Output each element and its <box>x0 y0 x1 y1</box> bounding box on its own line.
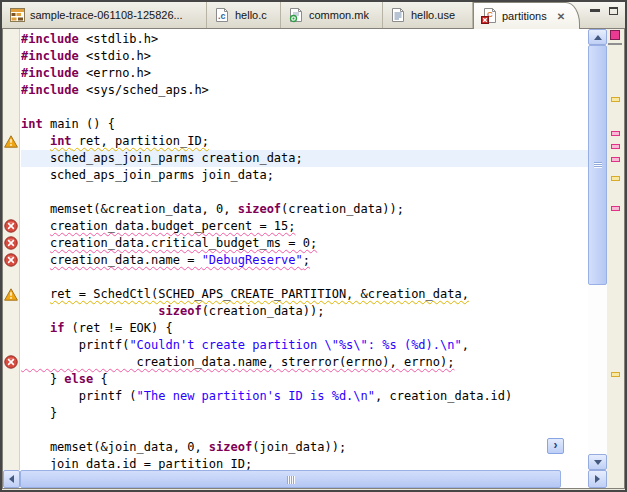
vertical-scrollbar[interactable] <box>588 29 607 470</box>
scroll-left-button[interactable] <box>3 470 20 488</box>
code-token: memset(&join_data, 0, <box>21 440 209 454</box>
tab-hello-use[interactable]: hello.use <box>383 2 473 28</box>
code-line[interactable]: #include <sys/sched_aps.h> <box>21 82 588 99</box>
text-file-icon <box>390 7 406 23</box>
annotation-gutter <box>3 29 20 470</box>
code-token: } <box>21 406 57 420</box>
keyword-token: if <box>50 321 64 335</box>
arrow-right-icon <box>595 475 600 483</box>
error-marker-icon[interactable] <box>4 219 18 233</box>
code-line[interactable]: sizeof(creation_data)); <box>21 303 588 320</box>
overview-error-marker[interactable] <box>611 206 620 211</box>
keyword-token: int <box>50 134 72 148</box>
code-line[interactable]: memset(&creation_data, 0, sizeof(creatio… <box>21 201 588 218</box>
scrollbar-corner <box>607 470 624 488</box>
code-line[interactable] <box>21 422 588 439</box>
keyword-token: int <box>21 117 43 131</box>
overview-warning-marker[interactable] <box>611 97 620 102</box>
overview-warning-marker[interactable] <box>611 176 620 181</box>
tab-label: common.mk <box>309 9 369 21</box>
code-token: <stdlib.h> <box>79 32 158 46</box>
editor-frame: #include <stdlib.h>#include <stdio.h>#in… <box>2 28 625 489</box>
code-line[interactable]: ret = SchedCtl(SCHED_APS_CREATE_PARTITIO… <box>21 286 588 303</box>
code-line[interactable]: memset(&join_data, 0, sizeof(join_data))… <box>21 439 588 456</box>
minimize-icon[interactable] <box>590 9 600 12</box>
tab-partitions[interactable]: Cpartitions✕ <box>473 2 580 29</box>
overview-error-indicator[interactable] <box>610 30 620 40</box>
tab-hello-c[interactable]: .chello.c <box>207 2 281 28</box>
code-token: (creation_data)); <box>281 202 404 216</box>
code-line[interactable]: creation_data.name, strerror(errno), err… <box>21 354 588 371</box>
code-line[interactable]: #include <stdio.h> <box>21 48 588 65</box>
code-area[interactable]: #include <stdlib.h>#include <stdio.h>#in… <box>21 29 588 470</box>
maximize-icon[interactable] <box>609 7 618 15</box>
code-token: <errno.h> <box>79 66 151 80</box>
code-token: memset(&creation_data, 0, <box>21 202 238 216</box>
overview-error-marker[interactable] <box>611 157 620 162</box>
code-token: creation_data.budget_percent = 15; <box>50 219 296 233</box>
horizontal-scrollbar[interactable] <box>3 470 624 488</box>
close-icon[interactable]: ✕ <box>557 11 565 22</box>
code-token <box>21 236 50 250</box>
code-token: { <box>93 372 107 386</box>
horizontal-scrollbar-thumb[interactable] <box>20 470 561 488</box>
code-line[interactable]: printf("Couldn't create partition \"%s\"… <box>21 337 588 354</box>
code-token <box>21 219 50 233</box>
code-line[interactable]: sched_aps_join_parms join_data; <box>21 167 588 184</box>
editor-tabs: sample-trace-061108-125826....chello.cco… <box>2 2 580 28</box>
code-line[interactable]: join_data.id = partition_ID; <box>21 456 588 470</box>
code-line[interactable]: int main () { <box>21 116 588 133</box>
string-token: "Couldn't create partition \"%s\": %s (%… <box>129 338 461 352</box>
vertical-scrollbar-thumb[interactable] <box>588 45 607 285</box>
keyword-token: sizeof <box>158 304 201 318</box>
keyword-token: sizeof <box>209 440 252 454</box>
code-line[interactable]: if (ret != EOK) { <box>21 320 588 337</box>
code-line[interactable]: creation_data.name = "DebugReserve"; <box>21 252 588 269</box>
code-line[interactable] <box>21 269 588 286</box>
code-token: sched_aps_join_parms creation_data; <box>21 151 303 165</box>
code-line[interactable]: } <box>21 405 588 422</box>
code-line[interactable]: printf ("The new partition's ID is %d.\n… <box>21 388 588 405</box>
scroll-right-button[interactable] <box>588 470 607 488</box>
code-line[interactable]: #include <stdlib.h> <box>21 31 588 48</box>
code-line[interactable]: #include <errno.h> <box>21 65 588 82</box>
tab-common-mk[interactable]: common.mk <box>281 2 383 28</box>
eclipse-editor-window: sample-trace-061108-125826....chello.cco… <box>0 0 627 492</box>
overview-error-marker[interactable] <box>611 131 620 136</box>
scroll-down-button[interactable] <box>588 454 607 470</box>
code-line[interactable] <box>21 184 588 201</box>
code-line[interactable]: creation_data.critical_budget_ms = 0; <box>21 235 588 252</box>
code-token: } <box>21 372 64 386</box>
code-line[interactable]: int ret, partition_ID; <box>21 133 588 150</box>
code-token: (creation_data)); <box>202 304 325 318</box>
overview-warning-marker[interactable] <box>611 372 620 377</box>
next-annotation-button[interactable]: › <box>547 438 564 454</box>
code-token: ret, partition_ID; <box>72 134 209 148</box>
code-line[interactable] <box>21 99 588 116</box>
keyword-token: sizeof <box>238 202 281 216</box>
code-line[interactable]: creation_data.budget_percent = 15; <box>21 218 588 235</box>
code-line[interactable]: } else { <box>21 371 588 388</box>
overview-error-marker[interactable] <box>611 144 620 149</box>
code-token: join_data.id = partition_ID; <box>21 457 252 470</box>
tab-sample-trace-061108-125826[interactable]: sample-trace-061108-125826... <box>2 2 207 28</box>
c-source-file-error-icon: C <box>481 8 497 24</box>
error-marker-icon[interactable] <box>4 253 18 267</box>
view-controls <box>580 2 626 28</box>
warning-marker-icon[interactable] <box>4 134 18 148</box>
string-token: "DebugReserve" <box>202 253 303 267</box>
code-token: ret = SchedCtl(SCHED_APS_CREATE_PARTITIO… <box>50 287 469 301</box>
current-line[interactable]: sched_aps_join_parms creation_data; <box>21 150 588 167</box>
svg-text:.c: .c <box>218 11 226 21</box>
warning-marker-icon[interactable] <box>4 287 18 301</box>
scroll-up-button[interactable] <box>588 29 607 45</box>
code-token <box>21 321 50 335</box>
c-source-file-icon: .c <box>214 7 230 23</box>
arrow-left-icon <box>9 475 14 483</box>
error-marker-icon[interactable] <box>4 355 18 369</box>
code-token: (ret != EOK) { <box>64 321 172 335</box>
code-token <box>21 287 50 301</box>
error-marker-icon[interactable] <box>4 236 18 250</box>
code-token: printf( <box>21 338 129 352</box>
code-token: , creation_data.id) <box>375 389 512 403</box>
